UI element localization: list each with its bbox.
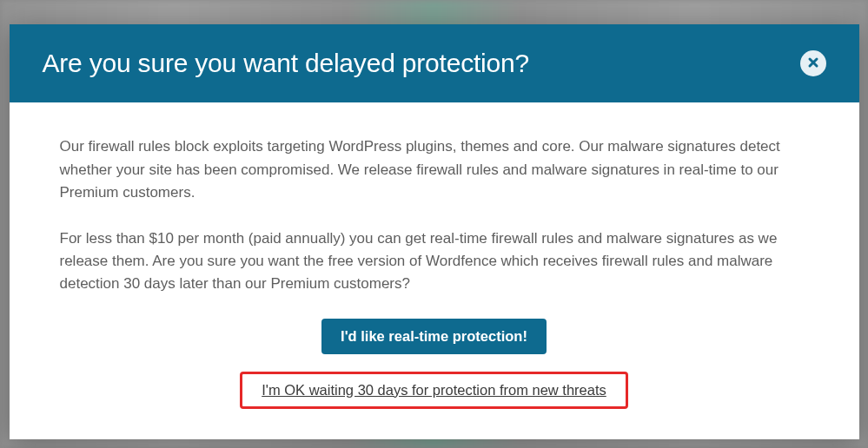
confirmation-modal: Are you sure you want delayed protection… <box>10 24 859 438</box>
highlighted-secondary-option: I'm OK waiting 30 days for protection fr… <box>240 372 628 409</box>
modal-actions: I'd like real-time protection! I'm OK wa… <box>60 319 809 409</box>
modal-body: Our firewall rules block exploits target… <box>10 102 859 438</box>
body-paragraph-2: For less than $10 per month (paid annual… <box>60 227 809 296</box>
close-icon <box>806 56 820 72</box>
body-paragraph-1: Our firewall rules block exploits target… <box>60 135 809 204</box>
close-button[interactable] <box>800 50 826 76</box>
modal-title: Are you sure you want delayed protection… <box>43 49 529 78</box>
modal-header: Are you sure you want delayed protection… <box>10 24 859 102</box>
realtime-protection-button[interactable]: I'd like real-time protection! <box>321 319 547 354</box>
wait-30-days-link[interactable]: I'm OK waiting 30 days for protection fr… <box>262 382 606 399</box>
